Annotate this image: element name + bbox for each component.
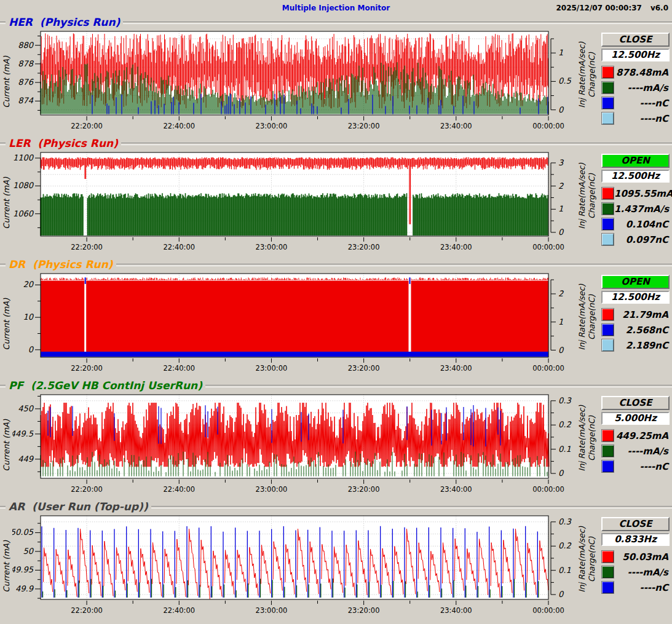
svg-text:3: 3 <box>558 158 564 167</box>
svg-text:23:20:00: 23:20:00 <box>348 485 380 494</box>
control-panel: CLOSE 5.000Hz 449.25mA----mA/s----nC <box>600 392 672 498</box>
strip-chart-ar: 49.949.955050.0500.10.20.322:20:0022:40:… <box>12 513 573 619</box>
panel-header: HER (Physics Run) <box>0 16 672 29</box>
y2-axis-title: Inj Rate(mA/sec) Charge(nC) <box>573 29 600 135</box>
strip-chart-ler: 106010801100012322:20:0022:40:0023:00:00… <box>12 150 573 256</box>
reading-row: 0.104nC <box>601 216 670 232</box>
legend-swatch <box>601 429 614 442</box>
panel-title: PF (2.5GeV HB ContInj UserRun) <box>6 379 205 393</box>
shutter-button[interactable]: CLOSE <box>601 33 670 47</box>
legend-swatch <box>601 339 614 352</box>
shutter-button[interactable]: OPEN <box>601 154 670 168</box>
reading-row: ----mA/s <box>601 443 670 459</box>
svg-text:880: 880 <box>18 41 34 50</box>
svg-text:23:40:00: 23:40:00 <box>440 364 472 373</box>
panel-body: Current (mA) 449449.545000.10.20.322:20:… <box>0 392 672 498</box>
reading-value: 878.48mA <box>614 67 670 78</box>
panel-body: Current (mA) 87487687888000.5122:20:0022… <box>0 29 672 135</box>
reading-value: ----mA/s <box>614 446 670 457</box>
svg-text:23:40:00: 23:40:00 <box>440 122 472 130</box>
reading-row: ----nC <box>601 459 670 474</box>
legend-swatch <box>601 308 614 321</box>
svg-text:0: 0 <box>28 345 34 354</box>
y2-axis-title-outer: Charge(nC) <box>587 294 596 340</box>
svg-text:23:20:00: 23:20:00 <box>348 243 380 251</box>
svg-text:0.3: 0.3 <box>558 517 572 526</box>
strip-chart-dr: 0102001222:20:0022:40:0023:00:0023:20:00… <box>12 271 573 377</box>
svg-text:0: 0 <box>558 590 564 599</box>
shutter-button[interactable]: OPEN <box>601 275 670 289</box>
y2-axis-title-outer: Charge(nC) <box>587 416 596 461</box>
panel-header: AR (User Run (Top-up)) <box>0 500 672 513</box>
svg-text:1: 1 <box>558 204 563 213</box>
svg-text:1060: 1060 <box>13 209 34 218</box>
panel-header: DR (Physics Run) <box>0 258 672 271</box>
reading-row: 21.79mA <box>601 307 670 322</box>
y-axis-title: Current (mA) <box>0 150 12 256</box>
legend-swatch <box>601 233 614 246</box>
panels-container: HER (Physics Run) Current (mA) 874876878… <box>0 16 672 622</box>
frequency-display: 5.000Hz <box>601 412 670 425</box>
y-axis-title-text: Current (mA) <box>2 419 11 472</box>
y2-axis-title: Inj Rate(mA/sec) Charge(nC) <box>573 513 600 619</box>
svg-text:10: 10 <box>23 312 34 322</box>
svg-text:23:00:00: 23:00:00 <box>256 243 288 251</box>
svg-text:0: 0 <box>558 468 564 478</box>
frequency-display: 12.500Hz <box>601 49 670 61</box>
svg-text:50.05: 50.05 <box>12 527 34 537</box>
reading-value: 1.437mA/s <box>614 203 670 215</box>
svg-text:23:20:00: 23:20:00 <box>348 364 380 373</box>
control-panel: OPEN 12.500Hz 1095.55mA1.437mA/s0.104nC0… <box>600 150 672 256</box>
control-panel: OPEN 12.500Hz 21.79mA2.568nC2.189nC <box>600 271 672 377</box>
svg-text:22:40:00: 22:40:00 <box>163 243 195 251</box>
divider <box>121 143 672 145</box>
svg-text:1080: 1080 <box>13 181 34 190</box>
y-axis-title: Current (mA) <box>0 513 12 619</box>
legend-swatch <box>601 66 614 79</box>
y-axis-title: Current (mA) <box>0 271 12 377</box>
reading-row: ----nC <box>601 95 670 111</box>
legend-swatch <box>601 218 614 231</box>
legend-swatch <box>601 112 614 125</box>
reading-value: 449.25mA <box>614 430 670 441</box>
ring-panel-ar: AR (User Run (Top-up)) Current (mA) 49.9… <box>0 500 672 622</box>
svg-text:0.5: 0.5 <box>558 76 571 85</box>
reading-value: 0.097nC <box>614 234 670 245</box>
divider <box>0 22 6 24</box>
reading-value: 0.104nC <box>614 219 670 230</box>
legend-swatch <box>601 81 614 94</box>
divider <box>205 385 672 387</box>
svg-text:2: 2 <box>558 289 564 298</box>
shutter-button[interactable]: CLOSE <box>601 517 670 531</box>
svg-text:22:40:00: 22:40:00 <box>163 122 195 130</box>
version-label: v6.0 <box>650 4 668 12</box>
svg-text:23:00:00: 23:00:00 <box>256 122 288 130</box>
app-timestamp: 2025/12/07 00:00:37v6.0 <box>547 0 668 16</box>
y2-axis-title-inner: Inj Rate(mA/sec) <box>577 163 587 229</box>
divider <box>0 143 6 145</box>
reading-value: 2.189nC <box>614 340 670 351</box>
svg-text:23:40:00: 23:40:00 <box>440 243 472 251</box>
shutter-button[interactable]: CLOSE <box>601 396 670 410</box>
reading-value: 1095.55mA <box>614 188 672 199</box>
legend-swatch <box>601 460 614 473</box>
svg-text:49.9: 49.9 <box>15 584 34 593</box>
reading-row: 0.097nC <box>601 232 670 247</box>
y2-axis-title: Inj Rate(mA/sec) Charge(nC) <box>573 271 600 377</box>
reading-row: 878.48mA <box>601 65 670 80</box>
panel-body: Current (mA) 106010801100012322:20:0022:… <box>0 150 672 256</box>
legend-swatch <box>601 187 614 200</box>
svg-text:00:00:00: 00:00:00 <box>532 243 564 251</box>
svg-text:0: 0 <box>558 105 564 114</box>
svg-text:23:00:00: 23:00:00 <box>256 485 288 494</box>
svg-text:2: 2 <box>558 181 564 191</box>
panel-title: AR (User Run (Top-up)) <box>6 500 151 514</box>
readings-list: 50.03mA----mA/s----nC <box>601 549 670 595</box>
y-axis-title: Current (mA) <box>0 392 12 498</box>
legend-swatch <box>601 323 614 336</box>
svg-text:50: 50 <box>23 547 34 556</box>
svg-text:876: 876 <box>18 77 34 87</box>
divider <box>0 385 6 387</box>
app-header: Multiple Injection Monitor 2025/12/07 00… <box>0 0 672 16</box>
ring-panel-ler: LER (Physics Run) Current (mA) 106010801… <box>0 137 672 258</box>
